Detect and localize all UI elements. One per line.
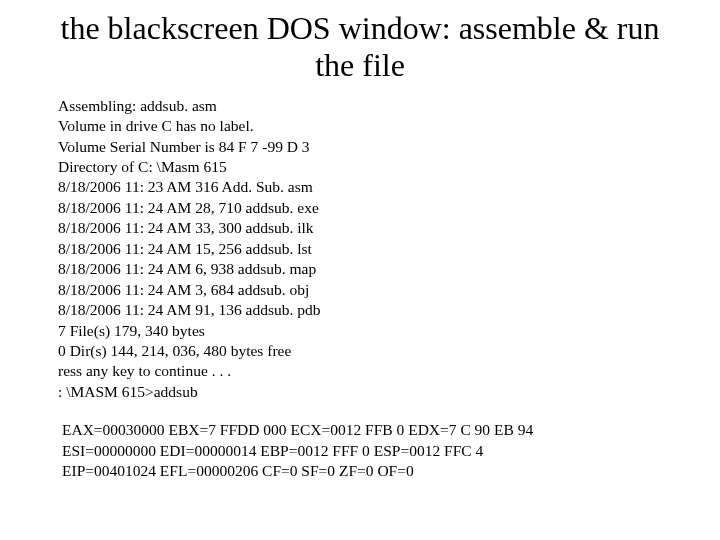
file-row: 8/18/2006 11: 24 AM 6, 938 addsub. map [58, 259, 680, 279]
file-row: 8/18/2006 11: 24 AM 28, 710 addsub. exe [58, 198, 680, 218]
file-row: 8/18/2006 11: 24 AM 15, 256 addsub. lst [58, 239, 680, 259]
register-dump: EAX=00030000 EBX=7 FFDD 000 ECX=0012 FFB… [62, 420, 680, 481]
console-line: Assembling: addsub. asm [58, 96, 680, 116]
file-row: 8/18/2006 11: 24 AM 33, 300 addsub. ilk [58, 218, 680, 238]
console-line: Volume in drive C has no label. [58, 116, 680, 136]
register-line: EIP=00401024 EFL=00000206 CF=0 SF=0 ZF=0… [62, 461, 680, 481]
file-row: 8/18/2006 11: 24 AM 91, 136 addsub. pdb [58, 300, 680, 320]
slide: the blackscreen DOS window: assemble & r… [0, 0, 720, 540]
console-line: Volume Serial Number is 84 F 7 -99 D 3 [58, 137, 680, 157]
prompt-line: : \MASM 615>addsub [58, 382, 680, 402]
file-row: 8/18/2006 11: 23 AM 316 Add. Sub. asm [58, 177, 680, 197]
register-line: EAX=00030000 EBX=7 FFDD 000 ECX=0012 FFB… [62, 420, 680, 440]
file-row: 8/18/2006 11: 24 AM 3, 684 addsub. obj [58, 280, 680, 300]
summary-line: 0 Dir(s) 144, 214, 036, 480 bytes free [58, 341, 680, 361]
console-line: Directory of C: \Masm 615 [58, 157, 680, 177]
register-line: ESI=00000000 EDI=00000014 EBP=0012 FFF 0… [62, 441, 680, 461]
slide-title: the blackscreen DOS window: assemble & r… [60, 10, 660, 84]
console-output: Assembling: addsub. asm Volume in drive … [58, 96, 680, 403]
press-key-line: ress any key to continue . . . [58, 361, 680, 381]
summary-line: 7 File(s) 179, 340 bytes [58, 321, 680, 341]
